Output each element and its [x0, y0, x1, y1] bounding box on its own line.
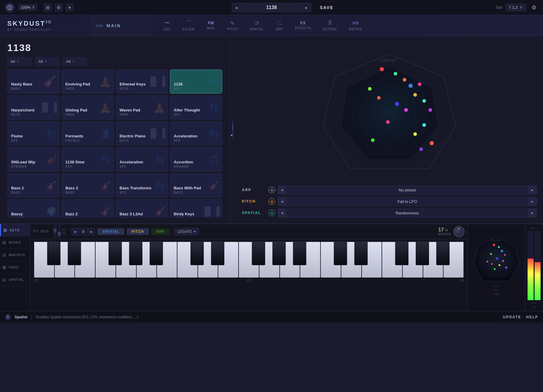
preset-card-ethereal-keys[interactable]: ▐▌▐ Ethereal Keys KEYS: [116, 69, 168, 94]
svg-text:Top: Top: [494, 289, 498, 292]
svg-point-35: [501, 250, 503, 252]
spatial-power-button[interactable]: ⏻: [268, 210, 275, 216]
pitch-power-button[interactable]: ⏻: [268, 198, 275, 205]
arp-value: No preset: [286, 188, 528, 192]
black-key[interactable]: [334, 242, 347, 265]
tab-filter[interactable]: ⌒ FILTER: [177, 17, 201, 34]
grid-icon[interactable]: ⊞: [44, 3, 52, 12]
preset-card-bazz2[interactable]: 🎸 Bazz 2 BASS: [61, 199, 114, 217]
preset-card-bass2[interactable]: 🎸 Bass 2 BASS: [61, 173, 114, 198]
help-button[interactable]: HELP: [526, 315, 538, 319]
tab-effects[interactable]: FX EFFECTS: [289, 18, 317, 33]
spatial-prev-button[interactable]: ◂: [278, 209, 286, 217]
sidebar-item-keys[interactable]: ⊞ KEYS: [0, 224, 30, 236]
preset-card-bass-transforms[interactable]: 👣 Bass Transforms SFX: [116, 173, 168, 198]
pitch-slider[interactable]: [54, 223, 57, 241]
main-tab[interactable]: ≡≡≡ MAIN: [91, 15, 151, 36]
sidebar-item-spatial[interactable]: ◎ SPATIAL: [0, 274, 30, 286]
preset-card-1138[interactable]: 👣 1138 SFX: [170, 69, 222, 94]
sidebar-item-pads[interactable]: ⊠ PADS: [0, 261, 30, 274]
black-key[interactable]: [395, 242, 408, 265]
app-logo[interactable]: [5, 3, 15, 12]
arp-mode-button[interactable]: ARP: [151, 228, 169, 235]
octave-next-button[interactable]: ▸: [88, 228, 95, 235]
preset-card-nasty-bass[interactable]: 🎸 Nasty Bass BASS: [7, 69, 60, 94]
spatial-next-button[interactable]: ▸: [528, 209, 537, 217]
preset-card-formants[interactable]: 👤 Formants VOCALS: [61, 121, 114, 146]
zoom-control[interactable]: 100% ⬍: [18, 4, 37, 11]
pitch-mode-button[interactable]: PITCH: [127, 228, 149, 235]
macro-label: MACRO: [438, 233, 451, 236]
preset-card-after-thought[interactable]: 👣 After Thought SFX: [170, 95, 222, 120]
preset-card-flume[interactable]: 👣 Flume SFX: [7, 121, 60, 146]
mod-slider[interactable]: [58, 223, 61, 241]
preset-card-birdy-keys[interactable]: ▐▌▐ Birdy Keys KEYS: [170, 199, 222, 217]
black-key[interactable]: [47, 242, 60, 265]
preset-title: 1138: [7, 42, 222, 53]
preset-card-waves-pad[interactable]: 🧘 Waves Pad PADS: [116, 95, 168, 120]
spatial-mode-button[interactable]: SPATIAL: [97, 228, 124, 235]
black-key[interactable]: [354, 242, 368, 265]
preset-card-harpsichord[interactable]: ▐▌▐ Harpsichord KEYS: [7, 95, 60, 120]
sidebar-item-macros[interactable]: ◎ MACROS: [0, 249, 30, 261]
update-button[interactable]: UPDATE: [503, 315, 521, 319]
sidebar-item-mixer[interactable]: ⊟ MIXER: [0, 236, 30, 249]
preset-card-accordion[interactable]: 🎵 Accordion ORGANS: [170, 147, 222, 172]
preset-card-bassy[interactable]: 🌍 Bassy WORLD: [7, 199, 60, 217]
black-key[interactable]: [252, 242, 265, 265]
black-key[interactable]: [190, 242, 204, 265]
save-button[interactable]: SAVE: [315, 5, 338, 10]
tab-fm[interactable]: FM MOD: [201, 18, 221, 33]
arp-next-button[interactable]: ▸: [528, 186, 537, 194]
arp-prev-button[interactable]: ◂: [278, 186, 286, 194]
black-key[interactable]: [293, 242, 306, 265]
black-key[interactable]: [150, 242, 163, 265]
gear-icon[interactable]: ⚙: [530, 3, 538, 12]
filter-select-3[interactable]: All ⬍: [63, 57, 87, 66]
tab-osc[interactable]: 〜 OSC: [157, 17, 177, 34]
preset-card-accelaration[interactable]: 👣 Accelaration SFX: [116, 147, 168, 172]
card-cat: ORGANS: [174, 165, 218, 168]
dropdown-icon[interactable]: ▾: [65, 3, 74, 12]
preset-card-bass-with-pad[interactable]: 🎸 Bass With Pad BASS: [170, 173, 222, 198]
nav-prev-button[interactable]: ◂: [232, 3, 241, 12]
pitch-prev-button[interactable]: ◂: [278, 197, 286, 206]
preset-card-bazz3[interactable]: 🎸 Bazz 3 L3Ad BASS: [116, 199, 168, 217]
arp-power-button[interactable]: ⏻: [268, 187, 275, 193]
octave-prev-button[interactable]: ◂: [71, 228, 79, 235]
black-key[interactable]: [129, 242, 142, 265]
tab-arp[interactable]: ⁚⁚ ARP: [270, 17, 289, 34]
legato-select[interactable]: LEGATO ▾: [174, 228, 199, 235]
svg-point-41: [491, 263, 493, 265]
black-key[interactable]: [211, 242, 224, 265]
preset-card-1138-slow[interactable]: 👣 1138 Slow SFX: [61, 147, 114, 172]
preset-card-acceleration[interactable]: 👣 Acceleration SFX: [170, 121, 222, 146]
tab-pitch[interactable]: ∿ PITCH: [221, 17, 244, 34]
expand-icon[interactable]: ▸: [231, 133, 233, 137]
macro-value: 17 %: [438, 227, 451, 233]
key-label-c3: C3: [247, 279, 251, 282]
settings-icon[interactable]: ⚙: [54, 3, 63, 12]
out-value[interactable]: 7.1.2 ⬍: [506, 4, 526, 11]
preset-card-gliding-pad[interactable]: 🧘 Gliding Pad PADS: [61, 95, 114, 120]
black-key[interactable]: [109, 242, 122, 265]
tab-extras[interactable]: ⠿ EXTRAS: [317, 17, 343, 34]
macro-knob[interactable]: [454, 226, 464, 237]
card-cat: BASS: [120, 217, 164, 217]
preset-card-electric-piano[interactable]: ▐▌▐ Electric Piano KEYS: [116, 121, 168, 146]
tab-matrix[interactable]: ≡≡ MATRIX: [343, 18, 368, 34]
effects-label: EFFECTS: [295, 27, 311, 30]
tab-spatial[interactable]: ⊃ SPATIAL: [244, 17, 270, 34]
preset-card-bass1[interactable]: 🎸 Bass 1 BASS: [7, 173, 60, 198]
black-key[interactable]: [68, 242, 81, 265]
filter-select-2[interactable]: All ⬍: [35, 57, 59, 66]
filter-select-1[interactable]: All ⬍: [7, 57, 31, 66]
black-key[interactable]: [436, 242, 450, 265]
sidebar-label-spatial: SPATIAL: [9, 278, 24, 281]
black-key[interactable]: [416, 242, 429, 265]
nav-next-button[interactable]: ▸: [302, 3, 311, 12]
preset-card-000lead[interactable]: 🎻 000Lead Wip STRINGS: [7, 147, 60, 172]
pitch-next-button[interactable]: ▸: [528, 197, 537, 206]
black-key[interactable]: [272, 242, 286, 265]
preset-card-evolving-pad[interactable]: 🧘 Evolving Pad PADS: [61, 69, 114, 94]
